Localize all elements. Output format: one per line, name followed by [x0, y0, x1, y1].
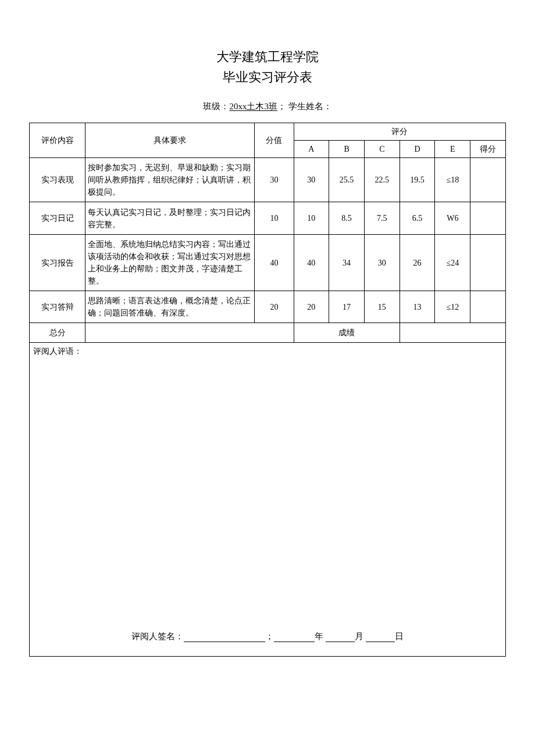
month-label: 月	[355, 632, 363, 641]
cell-b: 8.5	[329, 202, 365, 235]
header-eval-content: 评价内容	[30, 123, 85, 158]
total-value-cell	[85, 323, 294, 343]
header-grade-e: E	[435, 141, 470, 158]
row-req: 思路清晰；语言表达准确，概念清楚，论点正确；问题回答准确、有深度。	[85, 291, 255, 323]
comments-label: 评阅人评语：	[33, 346, 82, 357]
cell-d: 26	[400, 235, 435, 291]
student-name-label: 学生姓名：	[288, 102, 332, 111]
header-grade-b: B	[329, 141, 365, 158]
cell-d: 6.5	[400, 202, 435, 235]
table-row: 实习报告 全面地、系统地归纳总结实习内容；写出通过该项活动的体会和收获；写出通过…	[30, 235, 506, 291]
signature-line: 评阅人签名：；年 月 日	[30, 631, 505, 642]
document-title-block: 大学建筑工程学院 毕业实习评分表	[29, 46, 506, 87]
header-grade-c: C	[364, 141, 400, 158]
class-value: 20xx土木3班	[229, 102, 277, 111]
month-blank	[326, 633, 355, 643]
header-grade-d: D	[400, 141, 435, 158]
header-row-1: 评价内容 具体要求 分值 评分	[30, 123, 506, 141]
header-requirements: 具体要求	[85, 123, 255, 158]
cell-defen	[470, 158, 506, 202]
form-title: 毕业实习评分表	[29, 67, 506, 87]
day-label: 日	[395, 632, 404, 641]
day-blank	[366, 633, 395, 643]
row-name: 实习报告	[30, 235, 85, 291]
row-name: 实习日记	[30, 202, 85, 235]
signature-blank	[184, 633, 265, 643]
header-scoring: 评分	[294, 123, 506, 141]
cell-b: 17	[329, 291, 365, 323]
row-score: 30	[255, 158, 294, 202]
scoring-table: 评价内容 具体要求 分值 评分 A B C D E 得分 实习表现 按时参加实习…	[29, 123, 506, 343]
row-score: 10	[255, 202, 294, 235]
cell-b: 34	[329, 235, 365, 291]
cell-c: 30	[364, 235, 400, 291]
cell-a: 40	[294, 235, 329, 291]
cell-c: 22.5	[364, 158, 400, 202]
reviewer-comments-box: 评阅人评语： 评阅人签名：；年 月 日	[29, 343, 506, 657]
cell-d: 13	[400, 291, 435, 323]
header-grade-a: A	[294, 141, 329, 158]
row-req: 每天认真记实习日记，及时整理；实习日记内容完整。	[85, 202, 255, 235]
table-row: 实习表现 按时参加实习，无迟到、早退和缺勤；实习期间听从教师指挥，组织纪律好；认…	[30, 158, 506, 202]
year-label: 年	[315, 632, 323, 641]
header-defen: 得分	[470, 141, 506, 158]
row-req: 按时参加实习，无迟到、早退和缺勤；实习期间听从教师指挥，组织纪律好；认真听讲，积…	[85, 158, 255, 202]
cell-e: ≤12	[435, 291, 470, 323]
cell-a: 10	[294, 202, 329, 235]
grade-value-cell	[400, 323, 505, 343]
total-label: 总分	[30, 323, 85, 343]
table-row: 实习日记 每天认真记实习日记，及时整理；实习日记内容完整。 10 10 8.5 …	[30, 202, 506, 235]
class-student-line: 班级：20xx土木3班； 学生姓名：	[29, 101, 506, 112]
row-name: 实习表现	[30, 158, 85, 202]
cell-e: ≤18	[435, 158, 470, 202]
cell-e: W6	[435, 202, 470, 235]
row-score: 40	[255, 235, 294, 291]
cell-defen	[470, 235, 506, 291]
cell-a: 20	[294, 291, 329, 323]
separator: ；	[277, 102, 286, 111]
cell-b: 25.5	[329, 158, 365, 202]
total-row: 总分 成绩	[30, 323, 506, 343]
header-score-value: 分值	[255, 123, 294, 158]
class-label: 班级：	[203, 102, 229, 111]
cell-c: 7.5	[364, 202, 400, 235]
cell-defen	[470, 291, 506, 323]
table-row: 实习答辩 思路清晰；语言表达准确，概念清楚，论点正确；问题回答准确、有深度。 2…	[30, 291, 506, 323]
grade-label: 成绩	[294, 323, 400, 343]
cell-e: ≤24	[435, 235, 470, 291]
cell-a: 30	[294, 158, 329, 202]
institute-title: 大学建筑工程学院	[29, 46, 506, 67]
cell-defen	[470, 202, 506, 235]
row-name: 实习答辩	[30, 291, 85, 323]
row-score: 20	[255, 291, 294, 323]
signature-prefix: 评阅人签名：	[131, 632, 184, 641]
cell-c: 15	[364, 291, 400, 323]
row-req: 全面地、系统地归纳总结实习内容；写出通过该项活动的体会和收获；写出通过实习对思想…	[85, 235, 255, 291]
cell-d: 19.5	[400, 158, 435, 202]
year-blank	[274, 633, 315, 643]
